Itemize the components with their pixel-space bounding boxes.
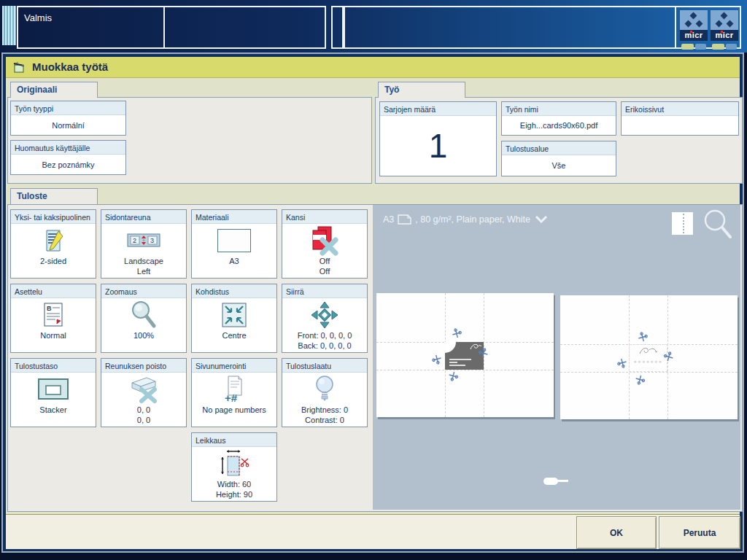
contrast-value: Contrast: 0 bbox=[282, 416, 367, 426]
media-size-text: A3 bbox=[383, 214, 394, 225]
status-panel-divider bbox=[163, 7, 165, 47]
svg-text:B: B bbox=[47, 305, 52, 312]
copies-label: Sarjojen määrä bbox=[380, 102, 496, 116]
shift-front-value: Front: 0, 0, 0, 0 bbox=[282, 331, 367, 341]
trim-cut-icon bbox=[192, 447, 276, 480]
scissors-mark-icon bbox=[430, 352, 446, 366]
covers-tile[interactable]: Kansi Off Off bbox=[282, 209, 368, 279]
brightness-value: Brightness: 0 bbox=[282, 405, 367, 416]
connector-plug-icon bbox=[543, 477, 568, 486]
tab-tuloste[interactable]: Tuloste bbox=[10, 188, 98, 204]
edit-job-icon bbox=[12, 61, 26, 77]
logo-blue-chip bbox=[726, 44, 737, 50]
alignment-label: Kohdistus bbox=[192, 284, 276, 298]
print-preview-area: A3 , 80 g/m², Plain paper, White bbox=[373, 205, 740, 510]
dialog-button-bar: OK Peruuta bbox=[6, 514, 740, 549]
alignment-value: Centre bbox=[192, 331, 276, 341]
stacker-tray-icon bbox=[11, 373, 96, 405]
zoom-value: 100% bbox=[101, 331, 186, 341]
zoom-tile[interactable]: Zoomaus 100% bbox=[101, 284, 187, 353]
print-quality-tile[interactable]: Tulostuslaatu Brightness: 0 Contrast: 0 bbox=[282, 358, 368, 427]
job-name-tile[interactable]: Työn nimi Eigh...cards90x60.pdf bbox=[501, 101, 616, 136]
media-value: A3 bbox=[192, 257, 276, 267]
dialog-title-bar: Muokkaa työtä bbox=[6, 57, 740, 78]
duplex-value: 2-sided bbox=[11, 257, 96, 267]
cancel-button[interactable]: Peruuta bbox=[659, 516, 740, 549]
trim-width-value: Width: 60 bbox=[192, 480, 276, 490]
micr-wordmark: micr bbox=[684, 31, 703, 39]
covers-icon bbox=[282, 224, 367, 257]
media-tile[interactable]: Materiaali A3 bbox=[191, 209, 277, 279]
zoom-label: Zoomaus bbox=[101, 284, 186, 298]
special-pages-tile[interactable]: Erikoissivut bbox=[621, 101, 739, 136]
svg-text:3: 3 bbox=[150, 237, 154, 244]
micr-red-dot bbox=[690, 31, 692, 33]
job-name-value: Eigh...cards90x60.pdf bbox=[502, 116, 616, 135]
media-selector[interactable]: A3 , 80 g/m², Plain paper, White bbox=[383, 214, 549, 225]
trim-tile[interactable]: Leikkaus bbox=[191, 432, 277, 502]
media-sheet-icon bbox=[192, 224, 276, 257]
print-range-label: Tulostusalue bbox=[502, 141, 616, 155]
job-type-tile[interactable]: Työn tyyppi Normální bbox=[10, 101, 126, 136]
copies-tile[interactable]: Sarjojen määrä 1 bbox=[379, 101, 497, 176]
output-tray-tile[interactable]: Tulostustaso Stacker bbox=[10, 358, 96, 427]
page-numbering-label: Sivunumerointi bbox=[192, 359, 276, 373]
special-pages-label: Erikoissivut bbox=[622, 102, 738, 116]
alignment-tile[interactable]: Kohdistus Centre bbox=[191, 284, 277, 353]
preview-sheet-front bbox=[376, 293, 554, 417]
logo-green-chip bbox=[681, 44, 694, 50]
lightbulb-icon bbox=[282, 373, 367, 405]
micr-logo-emblem bbox=[680, 10, 708, 30]
binding-edge-icon: 2 3 bbox=[101, 224, 186, 257]
output-tray-value: Stacker bbox=[11, 405, 96, 416]
status-bar: Valmis micr bbox=[0, 0, 747, 52]
binding-edge-value: Landscape bbox=[101, 257, 186, 267]
scissors-mark-icon bbox=[634, 330, 650, 343]
status-panel-middle bbox=[331, 6, 344, 49]
layout-value: Normal bbox=[11, 331, 96, 341]
preview-zoom-icon[interactable] bbox=[703, 208, 733, 243]
print-range-tile[interactable]: Tulostusalue Vše bbox=[501, 141, 616, 176]
tab-originaali[interactable]: Originaali bbox=[10, 82, 98, 98]
binding-edge-tile[interactable]: Sidontareuna 2 3 Landscape bbox=[101, 209, 187, 279]
dialog-title: Muokkaa työtä bbox=[32, 61, 108, 73]
screen: Valmis micr bbox=[0, 0, 747, 560]
dialog-frame: Muokkaa työtä Originaali Työn tyyppi Nor… bbox=[1, 52, 744, 553]
copies-value: 1 bbox=[380, 116, 496, 176]
micr-red-dot bbox=[721, 31, 723, 33]
media-details-text: , 80 g/m², Plain paper, White bbox=[415, 214, 530, 225]
scissors-mark-icon bbox=[448, 326, 464, 340]
status-stripes-decoration bbox=[2, 6, 16, 45]
micr-logo-text: micr bbox=[711, 30, 738, 41]
user-note-label: Huomautus käyttäjälle bbox=[11, 141, 125, 155]
micr-logo: micr bbox=[711, 10, 738, 48]
status-text: Valmis bbox=[24, 12, 52, 23]
edit-job-dialog: Muokkaa työtä Originaali Työn tyyppi Nor… bbox=[3, 54, 743, 551]
shift-tile[interactable]: Siirrä Front: 0, 0, 0, 0 Back: 0, 0, 0, … bbox=[282, 284, 368, 353]
chevron-down-icon[interactable] bbox=[534, 215, 549, 224]
shift-back-value: Back: 0, 0, 0, 0 bbox=[282, 341, 367, 351]
media-label: Materiaali bbox=[192, 210, 276, 224]
layout-label: Asettelu bbox=[11, 284, 96, 298]
covers-value: Off bbox=[282, 257, 367, 267]
duplex-tile[interactable]: Yksi- tai kaksipuolinen 2-sided bbox=[10, 209, 96, 279]
edge-erase-tile[interactable]: Reunuksen poisto 0, 0 0, 0 bbox=[101, 358, 187, 427]
tab-tyo[interactable]: Työ bbox=[378, 82, 465, 98]
svg-text:2: 2 bbox=[133, 237, 136, 244]
user-note-tile[interactable]: Huomautus käyttäjälle Bez poznámky bbox=[10, 140, 126, 175]
card-back-dots: ●●●●●●● bbox=[630, 359, 666, 365]
job-type-value: Normální bbox=[11, 115, 125, 135]
centre-align-icon bbox=[192, 298, 276, 331]
print-range-value: Vše bbox=[502, 155, 616, 176]
trim-label: Leikkaus bbox=[192, 433, 276, 447]
shift-label: Siirrä bbox=[282, 284, 367, 298]
print-quality-label: Tulostuslaatu bbox=[282, 359, 367, 373]
edge-erase-front-value: 0, 0 bbox=[101, 405, 186, 416]
fold-view-icon[interactable] bbox=[672, 212, 693, 235]
page-numbering-tile[interactable]: Sivunumerointi +# No page numbers bbox=[191, 358, 277, 427]
trim-height-value: Height: 90 bbox=[192, 490, 276, 500]
layout-tile[interactable]: Asettelu B Normal bbox=[10, 284, 96, 353]
ok-button[interactable]: OK bbox=[576, 516, 657, 549]
covers-label: Kansi bbox=[282, 210, 367, 224]
user-note-value: Bez poznámky bbox=[11, 155, 125, 174]
